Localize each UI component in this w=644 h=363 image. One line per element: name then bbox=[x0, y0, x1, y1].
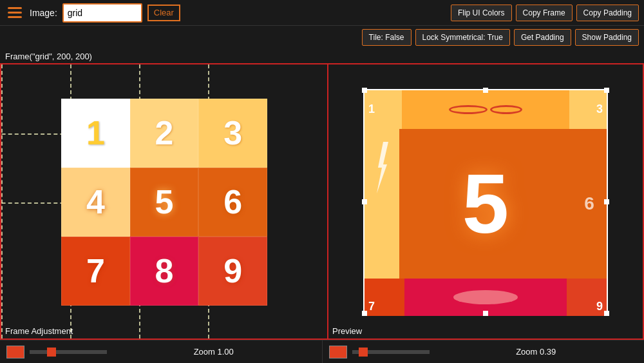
right-zoom-label: Zoom 0.39 bbox=[435, 347, 638, 357]
frame-sq-bc bbox=[483, 311, 488, 316]
preview-num-1: 1 bbox=[368, 103, 375, 116]
preview-num-9: 9 bbox=[596, 300, 603, 313]
right-panel: 1 3 bbox=[328, 63, 644, 340]
grid-cell-7: 7 bbox=[61, 237, 130, 306]
spiral-right bbox=[490, 105, 522, 114]
bottom-right: Zoom 0.39 bbox=[323, 340, 645, 363]
oval-decoration bbox=[453, 290, 518, 304]
preview-cell-6: 6 bbox=[572, 129, 607, 279]
hamburger-menu[interactable] bbox=[5, 5, 24, 21]
right-zoom-slider[interactable] bbox=[352, 350, 430, 354]
frame-sq-br bbox=[604, 311, 609, 316]
frame-info: Frame("grid", 200, 200) bbox=[0, 49, 644, 63]
v-line-left-ext bbox=[1, 64, 3, 338]
top-right-buttons: Flip UI Colors Copy Frame Copy Padding bbox=[451, 5, 639, 21]
grid-row-3: 7 8 9 bbox=[61, 237, 267, 306]
right-color-swatch[interactable] bbox=[329, 346, 347, 358]
left-zoom-label: Zoom 1.00 bbox=[112, 347, 316, 357]
frame-sq-tl bbox=[362, 88, 367, 93]
grid-cell-9: 9 bbox=[198, 237, 267, 306]
preview-area: 1 3 bbox=[328, 64, 643, 338]
grid-area: 1 2 3 4 5 6 7 8 9 bbox=[1, 64, 327, 338]
preview-num-5: 5 bbox=[462, 155, 509, 252]
top-bar: Image: Clear Flip UI Colors Copy Frame C… bbox=[0, 0, 644, 26]
preview-cell-7: 7 bbox=[365, 279, 404, 316]
frame-sq-tr bbox=[604, 88, 609, 93]
get-padding-button[interactable]: Get Padding bbox=[514, 29, 571, 46]
image-input[interactable] bbox=[64, 5, 141, 21]
tile-false-button[interactable]: Tile: False bbox=[362, 29, 412, 46]
frame-sq-bl bbox=[362, 311, 367, 316]
grid-cell-8: 8 bbox=[130, 237, 199, 306]
grid-row-2: 4 5 6 bbox=[61, 168, 267, 237]
preview-cell-3: 3 bbox=[569, 90, 607, 129]
clear-button[interactable]: Clear bbox=[147, 5, 180, 21]
preview-cell-5: 5 bbox=[399, 129, 573, 279]
bottom-bar: Zoom 1.00 Zoom 0.39 bbox=[0, 340, 644, 363]
frame-sq-ml bbox=[362, 199, 367, 204]
preview-top-row: 1 3 bbox=[365, 90, 607, 129]
bottom-left: Zoom 1.00 bbox=[0, 340, 323, 363]
grid-cell-6: 6 bbox=[198, 168, 267, 237]
frame-sq-mr bbox=[604, 199, 609, 204]
flip-ui-button[interactable]: Flip UI Colors bbox=[451, 5, 512, 21]
second-row: Tile: False Lock Symmetrical: True Get P… bbox=[0, 26, 644, 49]
preview-cell-9: 9 bbox=[567, 279, 607, 316]
grid-cell-2: 2 bbox=[130, 99, 199, 168]
preview-cell-2 bbox=[402, 90, 569, 129]
preview-num-6: 6 bbox=[584, 193, 594, 214]
frame-sq-tc bbox=[483, 88, 488, 93]
preview-cell-4 bbox=[365, 129, 399, 279]
left-color-swatch[interactable] bbox=[6, 346, 24, 358]
left-panel: 1 2 3 4 5 6 7 8 9 Frame Adjustment bbox=[0, 63, 328, 340]
grid-cell-3: 3 bbox=[198, 99, 267, 168]
copy-frame-button[interactable]: Copy Frame bbox=[516, 5, 573, 21]
preview-cell-1: 1 bbox=[365, 90, 402, 129]
grid-cell-4: 4 bbox=[61, 168, 130, 237]
preview-mid-row: 5 6 bbox=[365, 129, 607, 279]
spiral-left bbox=[449, 105, 488, 114]
show-padding-button[interactable]: Show Padding bbox=[575, 29, 639, 46]
grid-row-1: 1 2 3 bbox=[61, 99, 267, 168]
lock-symmetrical-button[interactable]: Lock Symmetrical: True bbox=[415, 29, 510, 46]
main-area: 1 2 3 4 5 6 7 8 9 Frame Adjustment bbox=[0, 63, 644, 340]
grid-container: 1 2 3 4 5 6 7 8 9 bbox=[61, 99, 267, 305]
preview-frame: 1 3 bbox=[363, 89, 608, 315]
lightning-icon bbox=[375, 142, 388, 193]
grid-cell-1: 1 bbox=[61, 99, 130, 168]
copy-padding-button[interactable]: Copy Padding bbox=[576, 5, 639, 21]
svg-marker-0 bbox=[377, 142, 388, 193]
frame-info-text: Frame("grid", 200, 200) bbox=[5, 52, 92, 61]
preview-num-7: 7 bbox=[368, 300, 375, 313]
preview-num-3: 3 bbox=[596, 103, 603, 116]
grid-cell-5: 5 bbox=[130, 168, 199, 237]
left-zoom-slider[interactable] bbox=[30, 350, 107, 354]
image-label: Image: bbox=[30, 8, 57, 18]
image-input-wrapper bbox=[62, 3, 142, 23]
